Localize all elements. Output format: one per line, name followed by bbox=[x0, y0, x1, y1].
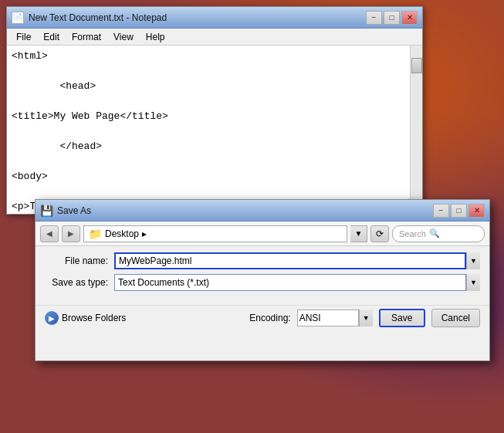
filename-row: File name: ▼ bbox=[45, 252, 480, 269]
browse-folders-button[interactable]: ▶ Browse Folders bbox=[45, 311, 126, 325]
saveas-minimize-button[interactable]: − bbox=[433, 204, 449, 218]
saveas-body: File name: ▼ Save as type: Text Document… bbox=[36, 246, 489, 302]
folder-icon: 📁 bbox=[89, 228, 102, 240]
filename-label: File name: bbox=[45, 255, 114, 266]
search-icon: 🔍 bbox=[429, 228, 440, 238]
minimize-button[interactable]: − bbox=[366, 11, 382, 25]
saveas-icon: 💾 bbox=[40, 205, 52, 217]
encoding-value: ANSI bbox=[299, 313, 321, 323]
filename-input[interactable] bbox=[114, 252, 466, 269]
browse-folders-label: Browse Folders bbox=[62, 313, 126, 323]
location-arrow: ▸ bbox=[142, 228, 147, 239]
forward-button[interactable]: ▶ bbox=[62, 225, 80, 242]
notepad-titlebar: 📄 New Text Document.txt - Notepad − □ ✕ bbox=[7, 7, 422, 29]
saveas-dialog: 💾 Save As − □ ✕ ◀ ▶ 📁 Desktop ▸ ▼ ⟳ Sear… bbox=[35, 199, 490, 361]
refresh-button[interactable]: ⟳ bbox=[370, 225, 389, 242]
notepad-title: New Text Document.txt - Notepad bbox=[29, 12, 364, 23]
saveas-bottom: ▶ Browse Folders Encoding: ANSI ▼ Save C… bbox=[36, 305, 489, 330]
encoding-select[interactable]: ANSI bbox=[297, 310, 359, 326]
notepad-content[interactable]: <html> <head> <title>My Web Page</title>… bbox=[7, 46, 422, 214]
browse-icon: ▶ bbox=[45, 311, 59, 325]
menu-format[interactable]: Format bbox=[66, 30, 107, 44]
saveas-titlebar: 💾 Save As − □ ✕ bbox=[36, 200, 489, 222]
location-dropdown[interactable]: ▼ bbox=[350, 225, 367, 242]
scrollbar[interactable] bbox=[410, 46, 422, 214]
maximize-button[interactable]: □ bbox=[384, 11, 400, 25]
notepad-menubar: File Edit Format View Help bbox=[7, 29, 422, 46]
encoding-dropdown[interactable]: ▼ bbox=[359, 310, 373, 326]
encoding-label: Encoding: bbox=[249, 313, 290, 323]
savetype-value: Text Documents (*.txt) bbox=[118, 277, 209, 288]
menu-file[interactable]: File bbox=[10, 30, 37, 44]
menu-edit[interactable]: Edit bbox=[37, 30, 66, 44]
location-text: Desktop bbox=[105, 228, 139, 239]
menu-help[interactable]: Help bbox=[140, 30, 171, 44]
saveas-maximize-button[interactable]: □ bbox=[451, 204, 467, 218]
back-button[interactable]: ◀ bbox=[40, 225, 59, 242]
menu-view[interactable]: View bbox=[107, 30, 140, 44]
savetype-input: Text Documents (*.txt) bbox=[114, 274, 466, 291]
filename-dropdown[interactable]: ▼ bbox=[466, 252, 480, 269]
savetype-label: Save as type: bbox=[45, 277, 114, 288]
encoding-wrapper: ANSI ▼ bbox=[297, 310, 373, 326]
save-button[interactable]: Save bbox=[379, 309, 425, 327]
notepad-window: 📄 New Text Document.txt - Notepad − □ ✕ … bbox=[6, 6, 423, 215]
saveas-close-button[interactable]: ✕ bbox=[468, 204, 485, 218]
close-button[interactable]: ✕ bbox=[401, 11, 418, 25]
search-box[interactable]: Search 🔍 bbox=[392, 225, 485, 242]
scrollbar-thumb[interactable] bbox=[411, 58, 422, 73]
saveas-title: Save As bbox=[57, 205, 431, 216]
search-placeholder: Search bbox=[399, 229, 426, 238]
savetype-dropdown[interactable]: ▼ bbox=[466, 274, 480, 291]
savetype-row: Save as type: Text Documents (*.txt) ▼ bbox=[45, 274, 480, 291]
location-bar[interactable]: 📁 Desktop ▸ bbox=[83, 225, 347, 242]
notepad-icon: 📄 bbox=[12, 12, 24, 24]
notepad-text: <html> <head> <title>My Web Page</title>… bbox=[12, 49, 418, 214]
cancel-button[interactable]: Cancel bbox=[431, 309, 480, 327]
saveas-toolbar: ◀ ▶ 📁 Desktop ▸ ▼ ⟳ Search 🔍 bbox=[36, 222, 489, 246]
